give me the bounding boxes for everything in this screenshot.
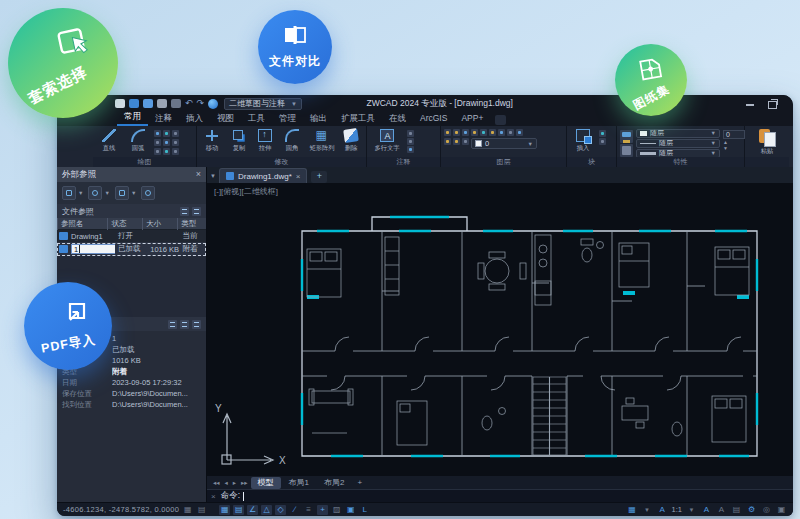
lasso-select-badge[interactable]: 套索选择 xyxy=(8,8,118,118)
layer-freeze-icon[interactable] xyxy=(462,129,469,136)
color-dropdown[interactable]: 随层 ▼ xyxy=(636,129,720,138)
tab-view[interactable]: 视图 xyxy=(210,113,241,126)
table-tool-icon[interactable] xyxy=(407,146,414,153)
transparency-toggle-icon[interactable]: ▨ xyxy=(331,505,342,515)
restore-button[interactable] xyxy=(767,98,777,108)
tab-online[interactable]: 在线 xyxy=(382,113,413,126)
first-layout-icon[interactable]: ◂◂ xyxy=(211,479,222,487)
polar-toggle-icon[interactable]: △ xyxy=(261,505,272,515)
paper-space-icon[interactable]: ▤ xyxy=(196,505,207,515)
lineweight-toggle-icon[interactable]: ≡ xyxy=(303,505,314,515)
tab-manage[interactable]: 管理 xyxy=(272,113,303,126)
open-folder-icon[interactable] xyxy=(129,99,139,108)
region-tool-icon[interactable] xyxy=(172,139,179,146)
tab-insert[interactable]: 插入 xyxy=(179,113,210,126)
transparency-input[interactable]: 0 xyxy=(723,130,745,139)
layer-prev-icon[interactable] xyxy=(498,129,505,136)
paste-button[interactable]: 粘贴 xyxy=(749,128,785,156)
layer-dropdown[interactable]: 0 ▼ xyxy=(471,138,537,149)
matchprops-icon[interactable] xyxy=(620,130,633,143)
lock-icon[interactable] xyxy=(462,138,469,145)
move-tool[interactable]: 移动 xyxy=(200,128,224,153)
tab-home[interactable]: 常用 xyxy=(117,111,148,126)
layer-lock-icon[interactable] xyxy=(471,129,478,136)
layer-isolate-icon[interactable] xyxy=(480,129,487,136)
doc-list-chevron-icon[interactable]: ▼ xyxy=(207,169,219,183)
annotation-scale[interactable]: 1:1 xyxy=(672,505,682,514)
edit-block-icon[interactable] xyxy=(599,138,606,145)
array-tool[interactable]: 矩形阵列 xyxy=(307,128,337,153)
undo-icon[interactable]: ↶ xyxy=(185,99,193,108)
chevron-down-icon[interactable]: ▼ xyxy=(686,505,697,515)
close-icon[interactable]: × xyxy=(296,172,301,181)
xref-palette-titlebar[interactable]: 外部参照 × xyxy=(57,167,206,182)
tab-layout2[interactable]: 布局2 xyxy=(317,477,351,489)
close-icon[interactable]: × xyxy=(196,170,201,179)
save-icon[interactable] xyxy=(143,99,153,108)
fillet-tool[interactable]: 圆角 xyxy=(280,128,304,153)
add-layout-button[interactable]: + xyxy=(353,478,368,487)
linetype-dropdown[interactable]: 随层 ▼ xyxy=(636,139,720,148)
point-tool-icon[interactable] xyxy=(154,148,161,155)
redo-icon[interactable]: ↷ xyxy=(197,99,205,108)
tab-model[interactable]: 模型 xyxy=(251,477,281,489)
chevron-down-icon[interactable]: ▼ xyxy=(131,190,136,196)
dimension-tool-icon[interactable] xyxy=(407,130,414,137)
table-row[interactable]: Drawing1 打开 当前 xyxy=(57,230,206,243)
polygon-tool-icon[interactable] xyxy=(172,148,179,155)
new-drawing-button[interactable]: + xyxy=(311,171,327,183)
plot-icon[interactable] xyxy=(157,99,167,108)
rectangle-tool-icon[interactable] xyxy=(172,130,179,137)
workspace-dropdown[interactable]: 二维草图与注释 ▼ xyxy=(224,98,302,110)
fullscreen-icon[interactable]: ▣ xyxy=(776,505,787,515)
grid-toggle-icon[interactable]: ▤ xyxy=(233,505,244,515)
pdf-import-badge[interactable]: PDF导入 xyxy=(24,282,112,370)
dyn-toggle-icon[interactable]: + xyxy=(317,505,328,515)
sheet-set-badge[interactable]: 图纸集 xyxy=(615,44,687,116)
close-icon[interactable]: × xyxy=(211,492,216,501)
snap-toggle-icon[interactable]: ▦ xyxy=(219,505,230,515)
minimize-button[interactable] xyxy=(745,98,755,108)
ortho-toggle-icon[interactable]: ∠ xyxy=(247,505,258,515)
chevron-down-icon[interactable]: ▼ xyxy=(104,190,109,196)
tab-output[interactable]: 输出 xyxy=(303,113,334,126)
drawing-canvas[interactable]: [-][俯视][二维线框] xyxy=(207,183,793,476)
attach-dwg-button[interactable] xyxy=(62,186,76,200)
insert-block-tool[interactable]: 插入 xyxy=(570,128,596,153)
new-file-icon[interactable] xyxy=(115,99,125,108)
tab-layout1[interactable]: 布局1 xyxy=(282,477,316,489)
details-collapse-icon[interactable] xyxy=(192,320,201,329)
viewport-grid-icon[interactable]: ▦ xyxy=(627,505,638,515)
tab-arcgis[interactable]: ArcGIS xyxy=(413,113,454,126)
arc-tool[interactable]: 圆弧 xyxy=(125,128,151,153)
annotation-icon[interactable]: A xyxy=(657,505,668,515)
otrack-toggle-icon[interactable]: ∕ xyxy=(289,505,300,515)
tab-annotate[interactable]: 注释 xyxy=(148,113,179,126)
tab-app-plus[interactable]: APP+ xyxy=(454,113,490,126)
mtext-tool[interactable]: 多行文字 xyxy=(370,128,404,153)
layer-state-icon[interactable] xyxy=(516,129,523,136)
spline-tool-icon[interactable] xyxy=(163,139,170,146)
document-tab[interactable]: Drawing1.dwg* × xyxy=(219,168,307,183)
osnap-toggle-icon[interactable]: ◇ xyxy=(275,505,286,515)
attach-image-button[interactable] xyxy=(88,186,102,200)
hatch-tool-icon[interactable] xyxy=(154,139,161,146)
next-layout-icon[interactable]: ▸ xyxy=(231,479,238,487)
layer-walk-icon[interactable] xyxy=(507,129,514,136)
layer-match-icon[interactable] xyxy=(489,129,496,136)
file-compare-badge[interactable]: 文件对比 xyxy=(258,10,332,84)
preview-icon[interactable] xyxy=(171,99,181,108)
line-tool[interactable]: 直线 xyxy=(96,128,122,153)
details-preview-icon[interactable] xyxy=(180,320,189,329)
plist-icon[interactable] xyxy=(620,144,633,157)
polyline-tool-icon[interactable] xyxy=(163,130,170,137)
workspace-switch-icon[interactable]: ▤ xyxy=(731,505,742,515)
rename-input[interactable]: 1 xyxy=(71,244,115,254)
bulb-icon[interactable] xyxy=(444,138,451,145)
create-block-icon[interactable] xyxy=(599,130,606,137)
prev-layout-icon[interactable]: ◂ xyxy=(223,479,230,487)
last-layout-icon[interactable]: ▸▸ xyxy=(239,479,250,487)
tab-tools[interactable]: 工具 xyxy=(241,113,272,126)
layer-properties-icon[interactable] xyxy=(444,129,451,136)
tab-express[interactable]: 扩展工具 xyxy=(334,113,382,126)
